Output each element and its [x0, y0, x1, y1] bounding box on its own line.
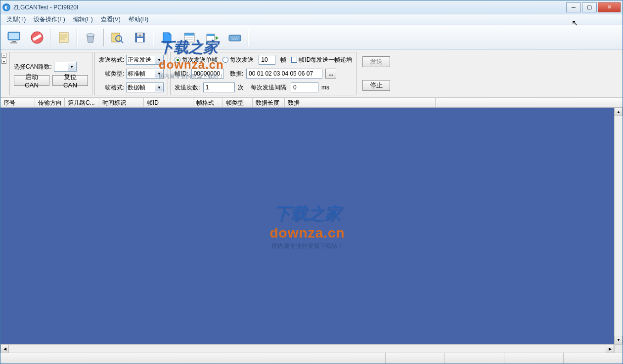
send-count-value: 1	[206, 84, 209, 91]
dropdown-arrow-icon: ▼	[68, 63, 76, 71]
scroll-up-icon[interactable]: ▲	[615, 108, 623, 116]
scroll-track[interactable]	[9, 345, 606, 353]
tool-run-icon[interactable]	[201, 28, 223, 47]
scroll-down-icon[interactable]: ▼	[615, 336, 623, 344]
menu-view[interactable]: 查看(V)	[97, 14, 125, 25]
scroll-right-icon[interactable]: ▶	[606, 345, 614, 353]
svg-rect-15	[184, 33, 194, 36]
minimize-button[interactable]: ─	[566, 2, 581, 12]
send-multi-count-input[interactable]: 10	[259, 55, 275, 65]
svg-rect-17	[207, 34, 215, 36]
vertical-scrollbar[interactable]: ▲ ▼	[614, 108, 623, 344]
tool-newfile-icon[interactable]	[156, 28, 178, 47]
tool-notepad-icon[interactable]	[53, 28, 75, 47]
col-frame-format[interactable]: 帧格式	[193, 98, 223, 107]
send-format-dropdown[interactable]: 正常发送 ▼	[126, 55, 164, 65]
tool-stop-icon[interactable]	[26, 28, 48, 47]
interval-input[interactable]: 0	[291, 82, 318, 92]
scroll-left-icon[interactable]: ◀	[0, 345, 9, 353]
status-main	[0, 353, 385, 364]
radio-send-single[interactable]: 每次发送单帧	[175, 56, 218, 64]
frame-type-value: 标准帧	[128, 70, 145, 78]
panel-close-handle[interactable]: ×	[1, 53, 6, 58]
frame-type-dropdown[interactable]: 标准帧 ▼	[126, 69, 164, 79]
svg-rect-18	[229, 35, 241, 41]
check-id-increment[interactable]: 帧ID每发送一帧递增	[291, 56, 352, 64]
tool-form-icon[interactable]	[178, 28, 200, 47]
dropdown-arrow-icon: ▼	[155, 56, 163, 64]
window-title: ZLGCANTest - PCI9820I	[13, 4, 566, 11]
watermark-overlay: 下载之家 downza.cn 国内最专业的资源下载站！	[269, 202, 345, 250]
radio-multi-suffix: 帧	[280, 56, 286, 64]
frame-id-input[interactable]: 00000000	[191, 69, 224, 79]
frame-id-value: 00000000	[194, 70, 220, 77]
col-index[interactable]: 序号	[0, 98, 35, 107]
data-input[interactable]: 00 01 02 03 04 05 06 07	[246, 69, 322, 79]
radio-multi-prefix: 每次发送	[230, 56, 254, 64]
svg-rect-12	[137, 38, 143, 42]
start-can-button[interactable]: 启动CAN	[14, 75, 49, 86]
reset-can-button[interactable]: 复位CAN	[52, 75, 88, 86]
tool-keyboard-icon[interactable]	[224, 28, 246, 47]
close-button[interactable]: ✕	[598, 2, 621, 12]
tool-search-icon[interactable]	[106, 28, 128, 47]
status-cell-1	[385, 353, 445, 364]
menu-type[interactable]: 类型(T)	[2, 14, 30, 25]
statusbar	[0, 353, 623, 364]
col-data-len[interactable]: 数据长度	[253, 98, 285, 107]
svg-rect-3	[10, 42, 17, 43]
send-count-unit: 次	[238, 83, 244, 92]
can-select-group: 选择CAN路数: ▼ 启动CAN 复位CAN	[9, 52, 92, 95]
horizontal-scrollbar[interactable]: ◀ ▶	[0, 345, 614, 353]
col-direction[interactable]: 传输方向	[35, 98, 65, 107]
col-frame-id[interactable]: 帧ID	[144, 98, 193, 107]
svg-point-7	[87, 34, 94, 37]
toolbar-separator	[77, 29, 78, 46]
panel-handles: × ▾	[1, 52, 7, 95]
col-timestamp[interactable]: 时间标识	[99, 98, 144, 107]
app-icon: ◐	[2, 3, 10, 11]
watermark-sub: 国内最专业的资源下载站！	[269, 242, 345, 250]
col-spacer	[436, 98, 623, 107]
svg-rect-6	[59, 33, 68, 42]
menu-edit[interactable]: 编辑(E)	[69, 14, 97, 25]
col-frame-type[interactable]: 帧类型	[223, 98, 253, 107]
maximize-button[interactable]: ▢	[582, 2, 597, 12]
col-channel[interactable]: 第几路C...	[65, 98, 99, 107]
data-label: 数据:	[230, 70, 243, 78]
tool-save-icon[interactable]: H	[129, 28, 151, 47]
status-cell-4	[563, 353, 623, 364]
tool-monitor-icon[interactable]	[3, 28, 25, 47]
table-header: 序号 传输方向 第几路C... 时间标识 帧ID 帧格式 帧类型 数据长度 数据	[0, 98, 623, 108]
radio-send-multi[interactable]: 每次发送	[222, 56, 254, 64]
interval-value: 0	[293, 84, 297, 91]
scroll-track[interactable]	[615, 116, 623, 336]
send-button[interactable]: 发送	[362, 56, 390, 67]
menu-help[interactable]: 帮助(H)	[125, 14, 153, 25]
watermark-cn: 下载之家	[269, 202, 345, 225]
dropdown-arrow-icon: ▼	[155, 83, 163, 91]
data-more-button[interactable]: ...	[325, 69, 336, 79]
panel-expand-handle[interactable]: ▾	[1, 59, 6, 64]
toolbar-separator	[248, 29, 249, 46]
toolbar: H 下载之家 downza.cn 国内最专业的资源下载站！	[0, 25, 623, 50]
send-count-label: 发送次数:	[175, 83, 200, 92]
titlebar: ◐ ZLGCANTest - PCI9820I ─ ▢ ✕	[0, 0, 623, 14]
tool-trash-icon[interactable]	[80, 28, 101, 47]
send-count-input[interactable]: 1	[203, 82, 235, 92]
svg-rect-2	[12, 41, 16, 42]
menubar: 类型(T) 设备操作(F) 编辑(E) 查看(V) 帮助(H)	[0, 14, 623, 25]
col-data[interactable]: 数据	[285, 98, 436, 107]
frame-id-label: 帧ID:	[175, 70, 188, 78]
radio-dot-icon	[175, 57, 180, 63]
interval-unit: ms	[321, 84, 329, 91]
stop-button[interactable]: 停止	[362, 80, 390, 91]
menu-device[interactable]: 设备操作(F)	[30, 14, 69, 25]
can-select-dropdown[interactable]: ▼	[54, 62, 77, 72]
frame-format-dropdown[interactable]: 数据帧 ▼	[126, 82, 164, 92]
table-body: 下载之家 downza.cn 国内最专业的资源下载站！	[0, 108, 614, 344]
svg-text:H: H	[139, 34, 141, 37]
status-cell-2	[445, 353, 504, 364]
can-select-label: 选择CAN路数:	[14, 63, 52, 71]
check-increment-label: 帧ID每发送一帧递增	[299, 56, 352, 64]
